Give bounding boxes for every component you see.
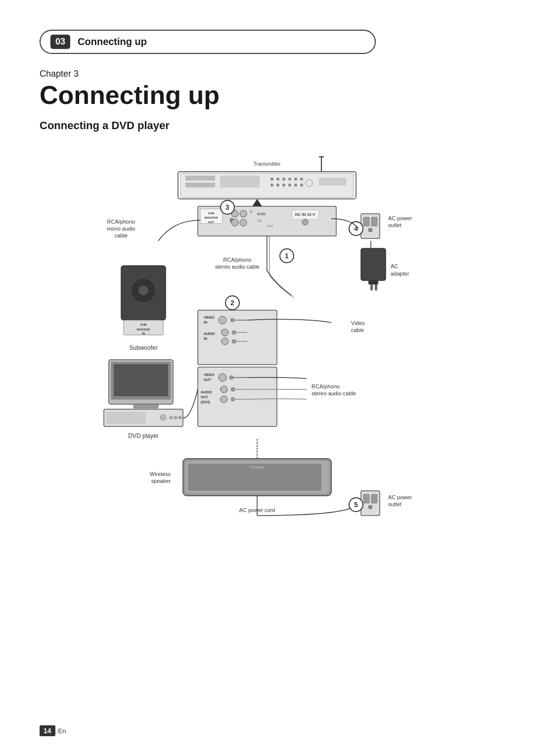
svg-point-99 — [219, 374, 226, 381]
page-container: 03 Connecting up Chapter 3 Connecting up… — [0, 0, 534, 756]
svg-text:stereo audio cable: stereo audio cable — [215, 264, 260, 270]
svg-text:cable: cable — [115, 233, 128, 238]
svg-text:OUT: OUT — [201, 395, 209, 399]
svg-text:SUB: SUB — [140, 323, 147, 326]
svg-point-11 — [270, 184, 273, 187]
page-lang: En — [58, 727, 66, 735]
chapter-label: Chapter 3 — [40, 69, 494, 79]
svg-text:adapter: adapter — [391, 271, 409, 277]
svg-point-85 — [232, 339, 236, 343]
svg-point-110 — [221, 396, 227, 403]
svg-text:speaker: speaker — [151, 478, 171, 484]
svg-point-117 — [160, 415, 166, 421]
svg-point-10 — [300, 178, 303, 181]
svg-point-5 — [270, 178, 273, 181]
svg-rect-51 — [368, 281, 378, 284]
svg-text:RCA/phono: RCA/phono — [107, 219, 135, 225]
svg-text:outlet: outlet — [388, 222, 401, 228]
svg-point-9 — [294, 178, 297, 181]
svg-point-33 — [240, 219, 247, 226]
svg-text:2: 2 — [230, 299, 234, 307]
svg-marker-21 — [252, 199, 262, 206]
svg-text:3: 3 — [225, 203, 229, 211]
svg-text:mono audio: mono audio — [107, 226, 135, 232]
svg-text:IN: IN — [142, 332, 145, 335]
svg-point-14 — [288, 184, 291, 187]
svg-rect-93 — [114, 364, 168, 396]
svg-rect-44 — [371, 217, 377, 226]
svg-point-6 — [276, 178, 279, 181]
svg-text:AC power: AC power — [388, 215, 412, 221]
svg-point-80 — [222, 329, 228, 336]
svg-text:Pioneer: Pioneer — [250, 465, 264, 470]
chapter-title: Connecting up — [40, 81, 494, 109]
connection-diagram: Transmitter SUB WOOFER OUT L ◉ R DVD TV … — [44, 142, 490, 587]
svg-text:DC IN 12 V: DC IN 12 V — [295, 212, 315, 217]
svg-text:DVD player: DVD player — [128, 432, 158, 439]
svg-rect-43 — [363, 217, 369, 226]
svg-text:Subwoofer: Subwoofer — [129, 344, 157, 351]
chapter-bar: 03 Connecting up — [40, 30, 376, 54]
svg-text:Wireless: Wireless — [150, 471, 171, 477]
svg-rect-94 — [134, 404, 158, 408]
svg-text:5: 5 — [354, 501, 358, 509]
svg-rect-17 — [319, 178, 346, 186]
svg-point-111 — [231, 397, 235, 401]
svg-text:AC: AC — [391, 263, 398, 269]
svg-point-119 — [174, 416, 177, 419]
svg-text:WOOFER: WOOFER — [205, 216, 219, 219]
svg-point-13 — [282, 184, 285, 187]
chapter-bar-title: Connecting up — [78, 36, 147, 47]
svg-rect-4 — [220, 176, 260, 188]
svg-text:IN: IN — [204, 321, 207, 324]
svg-rect-116 — [106, 412, 146, 424]
svg-point-81 — [232, 331, 236, 334]
svg-point-29 — [240, 210, 247, 217]
svg-text:IN: IN — [204, 337, 207, 340]
svg-point-106 — [221, 386, 227, 393]
diagram-container: Transmitter SUB WOOFER OUT L ◉ R DVD TV … — [44, 142, 490, 587]
svg-point-61 — [138, 285, 148, 295]
svg-point-74 — [219, 316, 226, 324]
svg-text:VIDEO: VIDEO — [204, 316, 215, 319]
svg-point-138 — [368, 505, 372, 509]
svg-text:stereo audio cable: stereo audio cable — [312, 390, 356, 396]
svg-rect-52 — [370, 284, 373, 290]
svg-point-45 — [368, 228, 372, 232]
svg-text:AUDIO: AUDIO — [204, 332, 215, 335]
svg-text:RCA/phono: RCA/phono — [223, 257, 252, 263]
svg-rect-2 — [185, 176, 215, 181]
svg-point-32 — [231, 219, 238, 226]
svg-point-107 — [231, 387, 235, 391]
svg-text:Video: Video — [351, 320, 365, 326]
svg-text:OUT: OUT — [204, 378, 212, 381]
page-footer: 14 En — [40, 725, 66, 736]
svg-point-8 — [288, 178, 291, 181]
svg-rect-136 — [363, 494, 369, 503]
svg-text:DVD: DVD — [257, 212, 266, 216]
svg-text:◉: ◉ — [249, 209, 253, 214]
svg-point-100 — [229, 376, 233, 379]
svg-text:cable: cable — [351, 327, 364, 333]
svg-point-118 — [170, 416, 173, 419]
section-title: Connecting a DVD player — [40, 119, 494, 132]
svg-text:OUT: OUT — [208, 221, 215, 224]
svg-point-15 — [294, 184, 297, 187]
svg-rect-50 — [361, 248, 386, 281]
svg-point-7 — [282, 178, 285, 181]
svg-rect-53 — [375, 284, 377, 290]
svg-rect-3 — [185, 183, 215, 188]
svg-point-120 — [178, 416, 181, 419]
svg-rect-137 — [371, 494, 377, 503]
svg-text:OUT: OUT — [267, 225, 273, 228]
chapter-number: 03 — [50, 35, 70, 49]
svg-text:VIDEO: VIDEO — [204, 373, 215, 377]
svg-text:RCA/phono: RCA/phono — [312, 383, 340, 389]
svg-point-39 — [302, 219, 308, 225]
svg-point-16 — [300, 184, 303, 187]
transmitter-label: Transmitter — [253, 161, 281, 167]
svg-text:outlet: outlet — [388, 501, 401, 507]
svg-text:WOOFER: WOOFER — [137, 328, 151, 331]
svg-point-75 — [230, 318, 234, 322]
svg-text:TV: TV — [257, 219, 262, 223]
